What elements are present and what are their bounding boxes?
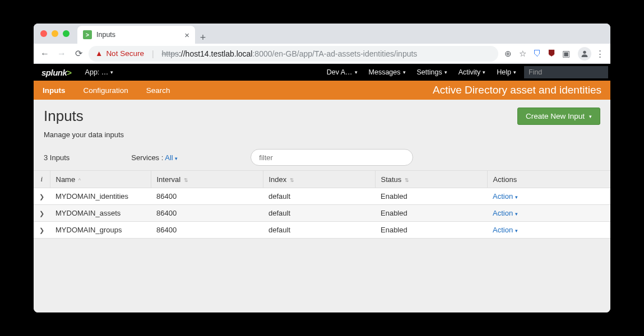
table-row: ❯MYDOMAIN_identities86400defaultEnabledA… bbox=[34, 188, 610, 205]
extension-ublock-icon[interactable]: ⛊ bbox=[545, 48, 558, 60]
col-interval[interactable]: Interval ⇅ bbox=[151, 171, 263, 188]
cell-status: Enabled bbox=[375, 188, 487, 205]
nav-search[interactable]: Search bbox=[137, 81, 179, 100]
kebab-menu-icon[interactable]: ⋮ bbox=[594, 48, 606, 60]
find-placeholder: Find bbox=[529, 68, 542, 76]
separator: | bbox=[152, 49, 154, 58]
services-value[interactable]: All ▾ bbox=[165, 153, 178, 162]
window-controls bbox=[40, 24, 77, 44]
cell-name: MYDOMAIN_assets bbox=[50, 205, 151, 222]
dev-menu[interactable]: Dev A…▾ bbox=[321, 64, 363, 81]
nav-inputs[interactable]: Inputs bbox=[34, 81, 75, 100]
col-expand: i bbox=[34, 171, 50, 188]
chevron-down-icon: ▾ bbox=[110, 69, 113, 75]
services-label: Services : bbox=[131, 153, 163, 162]
splunk-logo[interactable]: splunk> bbox=[34, 68, 80, 77]
inputs-table: i Name ^ Interval ⇅ Index ⇅ Status ⇅ Act… bbox=[34, 170, 610, 239]
create-new-input-button[interactable]: Create New Input ▾ bbox=[517, 108, 600, 125]
profile-avatar[interactable] bbox=[578, 47, 591, 60]
activity-label: Activity bbox=[458, 68, 481, 76]
url-scheme: https bbox=[162, 49, 179, 58]
tab-title: Inputs bbox=[96, 31, 180, 39]
page-title: Inputs bbox=[44, 108, 517, 125]
not-secure-badge[interactable]: ▲ Not Secure bbox=[95, 49, 144, 58]
help-menu[interactable]: Help▾ bbox=[491, 64, 522, 81]
splunk-top-bar: splunk> App: … ▾ Dev A…▾ Messages▾ Setti… bbox=[34, 64, 610, 81]
warning-icon: ▲ bbox=[95, 49, 103, 58]
sort-asc-icon: ^ bbox=[78, 178, 81, 183]
settings-label: Settings bbox=[417, 68, 442, 76]
app-label: App: … bbox=[85, 68, 109, 76]
reload-button[interactable]: ⟳ bbox=[72, 47, 85, 60]
cell-name: MYDOMAIN_identities bbox=[50, 188, 151, 205]
bookmark-star-icon[interactable]: ☆ bbox=[516, 48, 529, 60]
maximize-window-button[interactable] bbox=[63, 30, 70, 37]
browser-tab[interactable]: > Inputs × bbox=[77, 26, 195, 44]
zoom-icon[interactable]: ⊕ bbox=[502, 48, 514, 60]
page-subtitle: Manage your data inputs bbox=[44, 130, 517, 139]
not-secure-label: Not Secure bbox=[106, 49, 144, 58]
chevron-down-icon: ▾ bbox=[515, 194, 518, 200]
app-title: Active Directory asset and identities bbox=[433, 84, 610, 96]
chevron-down-icon: ▾ bbox=[483, 69, 485, 75]
expand-row-icon[interactable]: ❯ bbox=[39, 210, 44, 217]
row-action-menu[interactable]: Action ▾ bbox=[493, 192, 518, 200]
url-host: ://host14.testlab.local bbox=[179, 49, 253, 58]
cell-status: Enabled bbox=[375, 205, 487, 222]
address-bar[interactable]: ▲ Not Secure | https://host14.testlab.lo… bbox=[89, 46, 498, 62]
dev-label: Dev A… bbox=[327, 68, 353, 76]
url-text: https://host14.testlab.local:8000/en-GB/… bbox=[162, 49, 418, 58]
table-row: ❯MYDOMAIN_assets86400defaultEnabledActio… bbox=[34, 205, 610, 222]
filter-input[interactable] bbox=[251, 149, 413, 166]
new-tab-button[interactable]: + bbox=[195, 32, 211, 44]
nav-configuration[interactable]: Configuration bbox=[75, 81, 137, 100]
svg-point-0 bbox=[583, 50, 586, 53]
cell-status: Enabled bbox=[375, 222, 487, 239]
chevron-down-icon: ▾ bbox=[515, 211, 518, 217]
table-row: ❯MYDOMAIN_groups86400defaultEnabledActio… bbox=[34, 222, 610, 239]
col-name[interactable]: Name ^ bbox=[50, 171, 151, 188]
help-label: Help bbox=[497, 68, 511, 76]
sort-icon: ⇅ bbox=[290, 178, 294, 183]
services-filter[interactable]: Services : All ▾ bbox=[131, 153, 178, 162]
expand-row-icon[interactable]: ❯ bbox=[39, 193, 44, 200]
cell-name: MYDOMAIN_groups bbox=[50, 222, 151, 239]
col-index[interactable]: Index ⇅ bbox=[263, 171, 375, 188]
activity-menu[interactable]: Activity▾ bbox=[453, 64, 492, 81]
find-input[interactable]: Find bbox=[524, 66, 608, 78]
extension-shield-icon[interactable]: ⛉ bbox=[531, 48, 543, 60]
table-header-row: i Name ^ Interval ⇅ Index ⇅ Status ⇅ Act… bbox=[34, 171, 610, 188]
settings-menu[interactable]: Settings▾ bbox=[411, 64, 453, 81]
close-window-button[interactable] bbox=[40, 30, 47, 37]
chevron-down-icon: ▾ bbox=[513, 69, 516, 75]
back-button[interactable]: ← bbox=[38, 47, 52, 60]
row-action-menu[interactable]: Action ▾ bbox=[493, 226, 518, 234]
sort-icon: ⇅ bbox=[184, 178, 188, 183]
chevron-down-icon: ▾ bbox=[403, 69, 406, 75]
col-status[interactable]: Status ⇅ bbox=[375, 171, 487, 188]
chevron-down-icon: ▾ bbox=[444, 69, 447, 75]
cell-index: default bbox=[263, 188, 375, 205]
chevron-down-icon: ▾ bbox=[175, 156, 178, 161]
cell-interval: 86400 bbox=[151, 188, 263, 205]
cell-interval: 86400 bbox=[151, 205, 263, 222]
messages-menu[interactable]: Messages▾ bbox=[363, 64, 411, 81]
extension-box-icon[interactable]: ▣ bbox=[560, 48, 572, 60]
close-tab-icon[interactable]: × bbox=[184, 30, 189, 40]
cell-interval: 86400 bbox=[151, 222, 263, 239]
toolbar-actions: ⊕ ☆ ⛉ ⛊ ▣ ⋮ bbox=[502, 47, 606, 60]
minimize-window-button[interactable] bbox=[52, 30, 58, 37]
browser-tab-strip: > Inputs × + bbox=[34, 24, 610, 44]
app-switcher[interactable]: App: … ▾ bbox=[80, 64, 119, 81]
chevron-down-icon: ▾ bbox=[589, 114, 592, 119]
chevron-down-icon: ▾ bbox=[515, 228, 518, 234]
table-toolbar: 3 Inputs Services : All ▾ bbox=[34, 143, 610, 170]
forward-button[interactable]: → bbox=[55, 47, 68, 60]
page-content: Inputs Manage your data inputs Create Ne… bbox=[34, 100, 610, 312]
browser-toolbar: ← → ⟳ ▲ Not Secure | https://host14.test… bbox=[34, 44, 610, 64]
messages-label: Messages bbox=[369, 68, 401, 76]
row-action-menu[interactable]: Action ▾ bbox=[493, 209, 518, 217]
expand-row-icon[interactable]: ❯ bbox=[39, 227, 44, 234]
col-actions: Actions bbox=[487, 171, 610, 188]
user-icon bbox=[580, 49, 589, 58]
